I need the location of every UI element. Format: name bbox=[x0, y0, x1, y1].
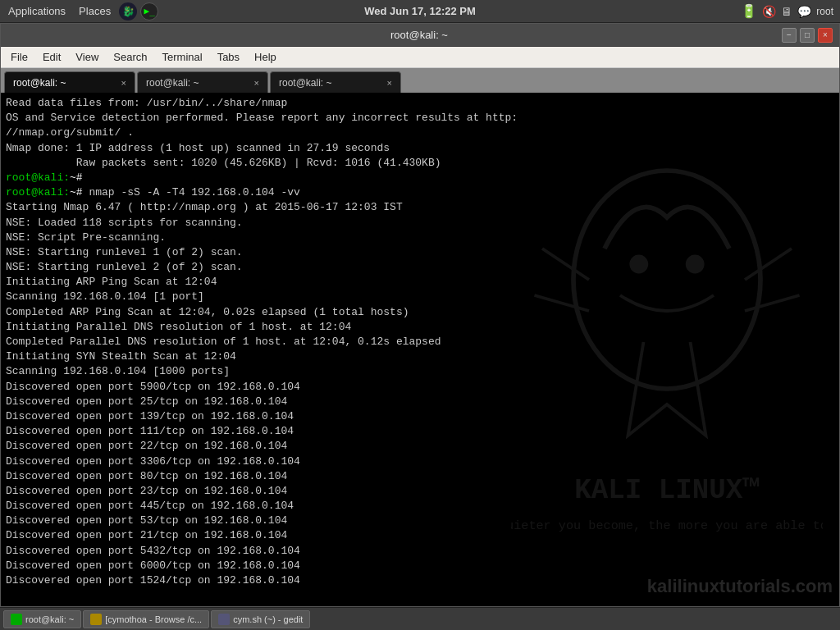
applications-menu[interactable]: Applications bbox=[3, 3, 71, 19]
tab-close-2[interactable]: × bbox=[387, 78, 392, 88]
places-menu[interactable]: Places bbox=[74, 3, 116, 19]
system-bar-left: Applications Places 🐉 ▶_ bbox=[0, 2, 158, 21]
taskbar-label-2: cym.sh (~) - gedit bbox=[233, 614, 303, 624]
kali-icon[interactable]: 🐉 bbox=[119, 2, 137, 21]
term-line-24: Discovered open port 111/tcp on 192.168.… bbox=[6, 424, 834, 439]
network-icon[interactable]: 🖥 bbox=[781, 5, 792, 18]
taskbar-label-1: [cymothoa - Browse /c... bbox=[105, 614, 202, 624]
term-line-3: Nmap done: 1 IP address (1 host up) scan… bbox=[6, 141, 834, 156]
term-line-23: Discovered open port 139/tcp on 192.168.… bbox=[6, 409, 834, 424]
term-line-22: Discovered open port 25/tcp on 192.168.0… bbox=[6, 395, 834, 409]
system-bar-right: 🔋 🔇 🖥 💬 root bbox=[741, 3, 840, 19]
term-line-4: Raw packets sent: 1020 (45.626KB) | Rcvd… bbox=[6, 156, 834, 171]
term-line-14: Initiating ARP Ping Scan at 12:04 bbox=[6, 275, 834, 290]
term-line-19: Initiating SYN Stealth Scan at 12:04 bbox=[6, 349, 834, 364]
window-title: root@kali: ~ bbox=[57, 29, 782, 41]
tab-label-2: root@kali: ~ bbox=[279, 77, 332, 89]
term-line-10: NSE: Loaded 118 scripts for scanning. bbox=[6, 216, 834, 231]
maximize-button[interactable]: □ bbox=[800, 28, 815, 43]
taskbar-icon-0 bbox=[11, 614, 22, 625]
term-line-27: Discovered open port 80/tcp on 192.168.0… bbox=[6, 469, 834, 484]
terminal-icon[interactable]: ▶_ bbox=[140, 2, 158, 21]
term-line-2: //nmap.org/submit/ . bbox=[6, 126, 834, 140]
menu-item-search[interactable]: Search bbox=[107, 49, 153, 65]
term-line-32: Discovered open port 5432/tcp on 192.168… bbox=[6, 544, 834, 559]
term-line-11: NSE: Script Pre-scanning. bbox=[6, 231, 834, 245]
menu-item-help[interactable]: Help bbox=[248, 49, 283, 65]
term-line-12: NSE: Starting runlevel 1 (of 2) scan. bbox=[6, 245, 834, 260]
taskbar-item-1[interactable]: [cymothoa - Browse /c... bbox=[83, 610, 209, 628]
taskbar-item-2[interactable]: cym.sh (~) - gedit bbox=[211, 610, 310, 628]
tab-0[interactable]: root@kali: ~× bbox=[4, 71, 135, 93]
menu-item-view[interactable]: View bbox=[69, 49, 105, 65]
terminal-window: root@kali: ~ − □ × FileEditViewSearchTer… bbox=[0, 23, 840, 607]
term-line-29: Discovered open port 445/tcp on 192.168.… bbox=[6, 499, 834, 514]
term-line-26: Discovered open port 3306/tcp on 192.168… bbox=[6, 454, 834, 469]
term-line-17: Initiating Parallel DNS resolution of 1 … bbox=[6, 320, 834, 335]
taskbar-item-0[interactable]: root@kali: ~ bbox=[3, 610, 81, 628]
battery-icon: 🔋 bbox=[741, 3, 757, 19]
terminal-lines: Read data files from: /usr/bin/../share/… bbox=[6, 96, 834, 588]
user-label: root bbox=[816, 6, 833, 17]
tab-close-0[interactable]: × bbox=[121, 78, 126, 88]
minimize-button[interactable]: − bbox=[782, 28, 797, 43]
menu-item-file[interactable]: File bbox=[4, 49, 34, 65]
term-line-25: Discovered open port 22/tcp on 192.168.0… bbox=[6, 439, 834, 454]
datetime-display: Wed Jun 17, 12:22 PM bbox=[364, 5, 476, 17]
term-line-28: Discovered open port 23/tcp on 192.168.0… bbox=[6, 484, 834, 499]
term-line-18: Completed Parallel DNS resolution of 1 h… bbox=[6, 335, 834, 349]
window-controls: − □ × bbox=[782, 28, 833, 43]
system-bar: Applications Places 🐉 ▶_ Wed Jun 17, 12:… bbox=[0, 0, 840, 23]
term-line-33: Discovered open port 6000/tcp on 192.168… bbox=[6, 559, 834, 573]
menubar: FileEditViewSearchTerminalTabsHelp bbox=[1, 47, 839, 68]
term-line-30: Discovered open port 53/tcp on 192.168.0… bbox=[6, 514, 834, 528]
taskbar-icon-2 bbox=[218, 614, 230, 625]
terminal-output[interactable]: KALI LINUX™ "The quieter you become, the… bbox=[1, 93, 839, 606]
term-line-13: NSE: Starting runlevel 2 (of 2) scan. bbox=[6, 260, 834, 275]
sound-icon[interactable]: 🔇 bbox=[762, 5, 776, 18]
term-line-21: Discovered open port 5900/tcp on 192.168… bbox=[6, 380, 834, 395]
term-line-16: Completed ARP Ping Scan at 12:04, 0.02s … bbox=[6, 305, 834, 320]
term-line-31: Discovered open port 21/tcp on 192.168.0… bbox=[6, 528, 834, 543]
term-line-0: Read data files from: /usr/bin/../share/… bbox=[6, 96, 834, 111]
close-button[interactable]: × bbox=[818, 28, 833, 43]
term-line-34: Discovered open port 1524/tcp on 192.168… bbox=[6, 573, 834, 588]
taskbar: root@kali: ~[cymothoa - Browse /c...cym.… bbox=[0, 607, 840, 630]
chat-icon[interactable]: 💬 bbox=[797, 5, 811, 18]
taskbar-icon-1 bbox=[90, 614, 102, 625]
tab-label-1: root@kali: ~ bbox=[146, 77, 199, 89]
tab-bar: root@kali: ~×root@kali: ~×root@kali: ~× bbox=[1, 68, 839, 93]
menu-item-terminal[interactable]: Terminal bbox=[156, 49, 209, 65]
term-line-9: Starting Nmap 6.47 ( http://nmap.org ) a… bbox=[6, 200, 834, 215]
term-line-20: Scanning 192.168.0.104 [1000 ports] bbox=[6, 364, 834, 379]
tab-close-1[interactable]: × bbox=[254, 78, 259, 88]
term-line-7: root@kali:~# nmap -sS -A -T4 192.168.0.1… bbox=[6, 185, 834, 200]
tab-1[interactable]: root@kali: ~× bbox=[137, 71, 268, 93]
window-titlebar: root@kali: ~ − □ × bbox=[1, 24, 839, 47]
menu-item-tabs[interactable]: Tabs bbox=[211, 49, 246, 65]
tab-label-0: root@kali: ~ bbox=[13, 77, 66, 89]
term-line-15: Scanning 192.168.0.104 [1 port] bbox=[6, 290, 834, 304]
tab-2[interactable]: root@kali: ~× bbox=[270, 71, 401, 93]
menu-item-edit[interactable]: Edit bbox=[36, 49, 67, 65]
term-line-6: root@kali:~# bbox=[6, 171, 834, 185]
term-line-1: OS and Service detection performed. Plea… bbox=[6, 111, 834, 126]
taskbar-label-0: root@kali: ~ bbox=[25, 614, 74, 624]
